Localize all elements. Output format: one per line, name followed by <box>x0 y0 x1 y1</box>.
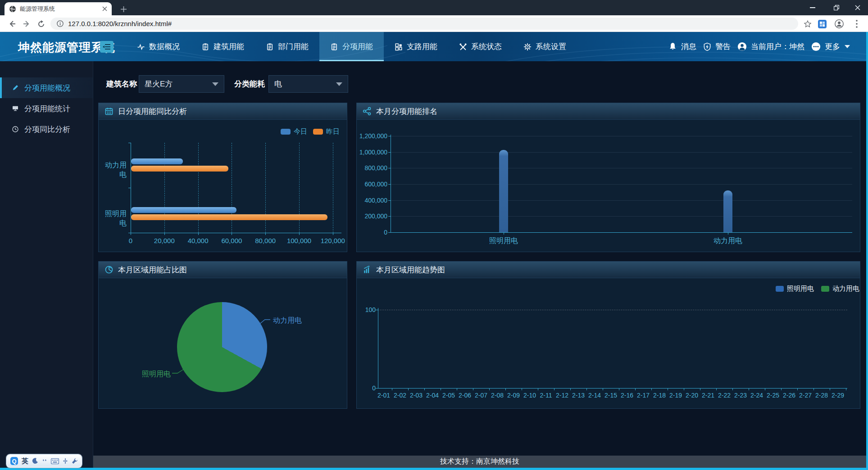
nav-item-5[interactable]: 支路用能 <box>384 32 448 61</box>
nav-item-4[interactable]: 分项用能 <box>319 32 384 61</box>
wrench-icon[interactable] <box>72 458 78 464</box>
window-minimize-button[interactable] <box>802 0 823 15</box>
y-tick-label: 0 <box>360 384 376 392</box>
ime-language-toggle[interactable]: 英 <box>22 457 28 465</box>
x-axis-tick <box>830 388 830 390</box>
current-user-button[interactable]: 当前用户：坤然 <box>737 41 804 52</box>
extension-icon[interactable] <box>816 18 828 30</box>
legend-item[interactable]: 今日 <box>281 127 307 136</box>
nav-item-2[interactable]: 建筑用能 <box>191 32 255 61</box>
clipboard-icon <box>201 43 209 51</box>
x-tick-label: 2-05 <box>440 392 458 399</box>
x-axis-tick <box>554 388 554 390</box>
x-tick-label: 2-18 <box>650 392 668 399</box>
building-filter-label: 建筑名称 <box>106 79 137 89</box>
x-axis-tick <box>473 388 473 390</box>
messages-label: 消息 <box>681 41 696 52</box>
menu-toggle-button[interactable] <box>100 41 114 53</box>
building-select[interactable]: 星火E方 <box>139 75 224 93</box>
nav-item-label: 数据概况 <box>149 41 180 52</box>
punctuation-icon[interactable] <box>42 458 47 464</box>
keyboard-icon[interactable] <box>51 458 59 464</box>
nav-item-label: 系统设置 <box>536 41 566 52</box>
bar-动力用电 <box>723 190 732 232</box>
forward-icon[interactable] <box>21 18 32 30</box>
x-tick-label: 2-09 <box>504 392 523 399</box>
pie <box>177 302 267 392</box>
legend-item[interactable]: 照明用电 <box>776 285 814 293</box>
sidebar-item-1[interactable]: 分项用能概况 <box>0 77 93 98</box>
legend-item[interactable]: 昨日 <box>313 127 340 136</box>
legend-item[interactable]: 动力用电 <box>821 285 859 293</box>
profile-avatar-icon[interactable] <box>833 18 845 30</box>
footer-text: 技术支持：南京坤然科技 <box>440 457 519 466</box>
nav-item-1[interactable]: 数据概况 <box>126 32 191 61</box>
site-info-icon[interactable] <box>57 20 64 27</box>
x-tick-label: 60,000 <box>213 237 250 244</box>
ime-logo-icon[interactable]: Q <box>10 457 18 465</box>
tab-title: 能源管理系统 <box>20 5 99 13</box>
sidebar-item-2[interactable]: 分项用能统计 <box>0 98 93 119</box>
x-axis-tick <box>700 388 700 390</box>
y-axis <box>391 135 391 232</box>
browser-menu-icon[interactable] <box>851 18 863 30</box>
x-axis-tick <box>749 388 749 390</box>
y-tick-label: 1,200,000 <box>358 132 387 140</box>
more-menu-button[interactable]: 更多 <box>811 41 850 52</box>
energy-select[interactable]: 电 <box>268 75 348 93</box>
x-axis-tick <box>505 388 506 390</box>
y-axis <box>378 308 378 388</box>
gridline <box>391 216 852 217</box>
bar-昨日 <box>131 214 327 220</box>
legend-swatch <box>281 129 291 135</box>
pulse-icon <box>137 43 145 51</box>
x-tick-label: 2-16 <box>618 392 636 399</box>
nav-item-3[interactable]: 部门用能 <box>255 32 319 61</box>
x-tick-label: 2-07 <box>472 392 490 399</box>
handwriting-icon[interactable] <box>63 458 68 464</box>
screen: { "browser": { "tab_title": "能源管理系统", "u… <box>0 0 868 470</box>
tab-close-icon[interactable] <box>102 6 107 11</box>
x-axis-tick <box>603 388 603 390</box>
building-select-value: 星火E方 <box>145 79 173 89</box>
x-tick-label: 80,000 <box>246 237 284 244</box>
back-icon[interactable] <box>6 18 18 30</box>
site-favicon-icon <box>9 5 16 13</box>
window-edge-right[interactable] <box>866 32 868 470</box>
moon-icon[interactable] <box>32 458 38 464</box>
address-bar[interactable]: 127.0.0.1:8020/krznnh/index.html# <box>50 18 798 30</box>
alerts-label: 警告 <box>715 41 731 52</box>
sidebar-item-label: 分项用能概况 <box>24 83 70 93</box>
bell-icon <box>668 42 677 51</box>
alerts-button[interactable]: 警告 <box>703 41 731 52</box>
y-tick-label: 800,000 <box>358 164 387 172</box>
messages-button[interactable]: 消息 <box>668 41 696 52</box>
x-axis-tick <box>441 388 441 390</box>
sidebar-item-3[interactable]: 分项同比分析 <box>0 119 93 140</box>
nav-item-6[interactable]: 系统状态 <box>448 32 513 61</box>
x-axis-tick <box>232 233 232 235</box>
window-restore-button[interactable] <box>826 0 847 15</box>
x-tick-label: 2-22 <box>715 392 733 399</box>
legend-swatch <box>821 286 829 292</box>
x-tick-label: 2-17 <box>634 392 652 399</box>
x-axis-tick <box>265 233 266 235</box>
x-axis-tick <box>299 233 300 235</box>
legend-label: 动力用电 <box>832 285 859 293</box>
category-label: 动力用电 <box>99 161 127 180</box>
nav-item-label: 分项用能 <box>342 41 373 52</box>
user-avatar-icon <box>737 41 747 52</box>
new-tab-button[interactable] <box>118 4 129 14</box>
x-tick-label: 2-12 <box>553 392 571 399</box>
bookmark-star-icon[interactable] <box>802 18 813 30</box>
nav-item-7[interactable]: 系统设置 <box>513 32 577 61</box>
grid-icon <box>395 43 403 51</box>
reload-icon[interactable] <box>35 18 47 30</box>
window-close-button[interactable] <box>847 0 868 15</box>
main-nav: 数据概况建筑用能部门用能分项用能支路用能系统状态系统设置 <box>126 32 577 61</box>
browser-tab[interactable]: 能源管理系统 <box>5 2 112 15</box>
x-axis-tick <box>489 388 490 390</box>
browser-tab-bar: 能源管理系统 <box>0 0 868 15</box>
pie-label-照明用电: 照明用电 <box>139 370 171 379</box>
panel-header: 本月区域用能趋势图 <box>357 262 860 278</box>
